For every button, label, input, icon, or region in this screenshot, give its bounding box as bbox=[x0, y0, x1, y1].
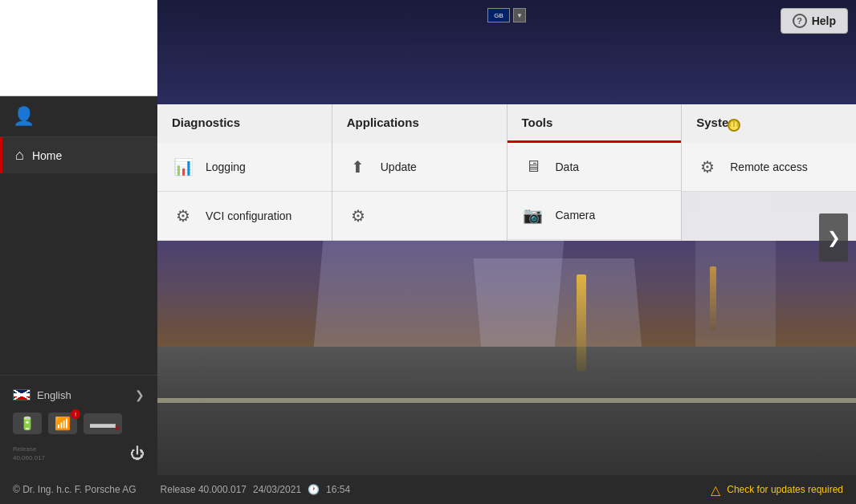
language-label: English bbox=[37, 389, 71, 401]
top-flag-icon: GB bbox=[487, 8, 510, 22]
home-icon: ⌂ bbox=[15, 147, 24, 164]
logo-area bbox=[0, 0, 157, 96]
help-button[interactable]: ? Help bbox=[781, 8, 848, 34]
nav-col-diagnostics: Diagnostics 📊 Logging ⚙ VCI configuratio… bbox=[157, 104, 332, 241]
status-bar: © Dr. Ing. h.c. F. Porsche AG Release 40… bbox=[0, 475, 856, 504]
sidebar-bottom: English ❯ 🔋 📶 ! ▬▬ ✕ Release 40.060.017 bbox=[0, 375, 157, 475]
battery-icon: 🔋 bbox=[13, 413, 42, 434]
vci-icon: ⚙ bbox=[172, 206, 194, 226]
nav-menu: Diagnostics 📊 Logging ⚙ VCI configuratio… bbox=[157, 104, 856, 241]
sidebar-nav: ⌂ Home bbox=[0, 137, 157, 375]
chevron-right-icon: ❯ bbox=[135, 388, 145, 401]
carousel-next-button[interactable]: ❯ bbox=[819, 213, 848, 262]
help-label: Help bbox=[812, 14, 836, 27]
nav-item-camera[interactable]: 📷 Camera bbox=[507, 191, 682, 240]
nav-header-diagnostics[interactable]: Diagnostics bbox=[157, 104, 332, 143]
nav-col-tools: Tools 🖥 Data 📷 Camera bbox=[507, 104, 683, 241]
content-area: GB ▼ ? Help Diagnostics 📊 Logging bbox=[157, 0, 856, 475]
copyright-text: © Dr. Ing. h.c. F. Porsche AG bbox=[13, 484, 137, 495]
nav-item-apps2[interactable]: ⚙ bbox=[332, 192, 507, 241]
status-bar-mid: Release 40.000.017 24/03/2021 🕐 16:54 bbox=[161, 484, 351, 495]
nav-header-applications[interactable]: Applications bbox=[332, 104, 507, 143]
clock-icon: 🕐 bbox=[308, 484, 320, 495]
data-icon: 🖥 bbox=[522, 157, 544, 176]
connection-icon: ▬▬ ✕ bbox=[84, 413, 122, 434]
top-flag-area: GB ▼ bbox=[487, 8, 526, 22]
wifi-badge: ! bbox=[71, 409, 80, 419]
nav-item-vci[interactable]: ⚙ VCI configuration bbox=[157, 192, 332, 241]
nav-items-applications: ⬆ Update ⚙ bbox=[332, 143, 507, 241]
remote-icon: ⚙ bbox=[696, 157, 719, 177]
sidebar-home-label: Home bbox=[32, 149, 62, 162]
language-selector[interactable]: English ❯ bbox=[10, 384, 148, 406]
nav-header-system[interactable]: System bbox=[682, 104, 856, 143]
logging-icon: 📊 bbox=[172, 157, 194, 177]
warning-triangle-icon: △ bbox=[711, 482, 720, 498]
help-circle-icon: ? bbox=[793, 14, 807, 28]
warning-text: Check for updates required bbox=[727, 484, 843, 495]
nav-col-applications: Applications ⬆ Update ⚙ bbox=[332, 104, 507, 241]
date-text: 24/03/2021 bbox=[253, 484, 301, 495]
camera-icon: 📷 bbox=[522, 205, 544, 225]
sidebar: 👤 ⌂ Home English ❯ 🔋 📶 ! bbox=[0, 0, 157, 475]
sidebar-item-home[interactable]: ⌂ Home bbox=[0, 137, 157, 173]
nav-items-diagnostics: 📊 Logging ⚙ VCI configuration bbox=[157, 143, 332, 241]
power-button[interactable]: ⏻ bbox=[130, 445, 145, 462]
update-icon: ⬆ bbox=[347, 157, 369, 177]
gb-flag-icon bbox=[13, 389, 31, 400]
wifi-icon: 📶 ! bbox=[48, 413, 77, 434]
nav-item-logging[interactable]: 📊 Logging bbox=[157, 143, 332, 192]
power-row: Release 40.060.017 ⏻ bbox=[10, 441, 148, 467]
release-info: Release 40.060.017 bbox=[13, 445, 45, 462]
release-text: Release 40.000.017 bbox=[161, 484, 247, 495]
nav-items-system: ⚙ Remote access bbox=[682, 143, 856, 192]
time-text: 16:54 bbox=[326, 484, 350, 495]
status-bar-right: △ Check for updates required bbox=[711, 482, 843, 498]
nav-items-tools: 🖥 Data 📷 Camera bbox=[507, 143, 682, 240]
release-line1: Release bbox=[13, 445, 45, 453]
nav-item-update[interactable]: ⬆ Update bbox=[332, 143, 507, 192]
nav-item-data[interactable]: 🖥 Data bbox=[507, 143, 682, 191]
apps2-icon: ⚙ bbox=[347, 206, 369, 226]
status-icons-row: 🔋 📶 ! ▬▬ ✕ bbox=[10, 406, 148, 441]
release-line2: 40.060.017 bbox=[13, 454, 45, 462]
nav-header-tools[interactable]: Tools bbox=[507, 104, 682, 143]
nav-item-remote[interactable]: ⚙ Remote access bbox=[682, 143, 856, 192]
connection-x-icon: ✕ bbox=[114, 424, 120, 433]
user-area: 👤 bbox=[0, 96, 157, 137]
top-dropdown-icon[interactable]: ▼ bbox=[513, 8, 526, 22]
user-icon: 👤 bbox=[13, 106, 35, 127]
